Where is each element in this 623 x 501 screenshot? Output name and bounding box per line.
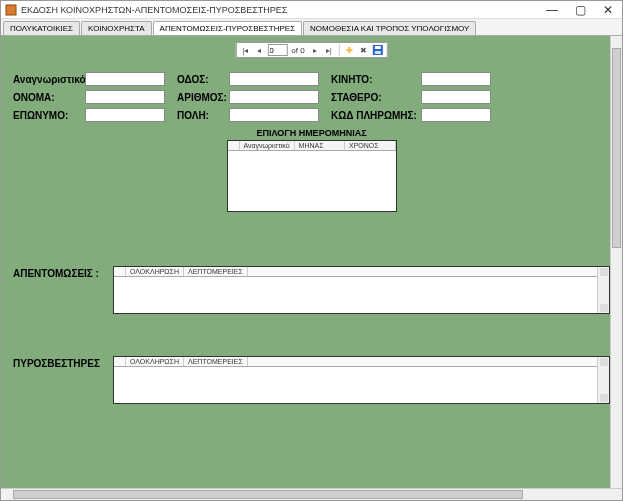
date-col-month[interactable]: ΜΗΝΑΣ [295,141,345,150]
nav-next-icon[interactable]: ▸ [309,44,321,56]
window-title: ΕΚΔΟΣΗ ΚΟΙΝΟΧΡΗΣΤΩΝ-ΑΠΕΝΤΟΜΟΣΕΙΣ-ΠΥΡΟΣΒΕ… [21,5,542,15]
content-hscrollbar[interactable] [1,488,622,500]
name-input[interactable] [85,90,165,104]
phone-label: ΣΤΑΘΕΡΟ: [331,92,421,103]
name-label: ΟΝΟΜΑ: [13,92,85,103]
fire-section: ΠΥΡΟΣΒΕΣΤΗΡΕΣ ΟΛΟΚΛΗΡΩΣΗ ΛΕΠΤΟΜΕΡΕΙΕΣ [13,356,610,404]
phone-input[interactable] [421,90,491,104]
surname-label: ΕΠΩΝΥΜΟ: [13,110,85,121]
app-icon [5,4,17,16]
date-col-year[interactable]: ΧΡΟΝΟΣ [345,141,395,150]
nav-last-icon[interactable]: ▸| [323,44,335,56]
nav-first-icon[interactable]: |◂ [239,44,251,56]
content-vscrollbar-thumb[interactable] [612,48,621,248]
col-left: Αναγνωριστικό: ΟΝΟΜΑ: ΕΠΩΝΥΜΟ: [13,72,165,122]
fire-grid-header: ΟΛΟΚΛΗΡΩΣΗ ΛΕΠΤΟΜΕΡΕΙΕΣ [114,357,609,367]
date-col-id[interactable]: Αναγνωριστικό [240,141,295,150]
titlebar: ΕΚΔΟΣΗ ΚΟΙΝΟΧΡΗΣΤΩΝ-ΑΠΕΝΤΟΜΟΣΕΙΣ-ΠΥΡΟΣΒΕ… [1,1,622,19]
app-window: ΕΚΔΟΣΗ ΚΟΙΝΟΧΡΗΣΤΩΝ-ΑΠΕΝΤΟΜΟΣΕΙΣ-ΠΥΡΟΣΒΕ… [0,0,623,501]
tab-pest-fire[interactable]: ΑΠΕΝΤΟΜΩΣΕΙΣ-ΠΥΡΟΣΒΕΣΤΗΡΕΣ [153,21,302,35]
pest-col-completion[interactable]: ΟΛΟΚΛΗΡΩΣΗ [126,267,184,276]
window-controls: — ▢ ✕ [542,3,618,17]
date-grid-rowselector [228,141,240,150]
pest-col-details[interactable]: ΛΕΠΤΟΜΕΡΕΙΕΣ [184,267,248,276]
city-input[interactable] [229,108,319,122]
fire-grid-scrollbar[interactable] [597,357,609,403]
nav-save-icon[interactable] [372,44,384,56]
date-grid-header: Αναγνωριστικό ΜΗΝΑΣ ΧΡΟΝΟΣ [228,141,396,151]
content-hscrollbar-thumb[interactable] [13,490,523,499]
nav-delete-icon[interactable]: ✖ [358,44,370,56]
nav-separator [339,44,340,56]
fire-grid[interactable]: ΟΛΟΚΛΗΡΩΣΗ ΛΕΠΤΟΜΕΡΕΙΕΣ [113,356,610,404]
nav-add-icon[interactable]: ✚ [344,44,356,56]
fire-col-details[interactable]: ΛΕΠΤΟΜΕΡΕΙΕΣ [184,357,248,366]
nav-prev-icon[interactable]: ◂ [253,44,265,56]
svg-rect-2 [375,46,381,49]
surname-input[interactable] [85,108,165,122]
record-navigator: |◂ ◂ of 0 ▸ ▸| ✚ ✖ [235,42,387,58]
pest-grid-header: ΟΛΟΚΛΗΡΩΣΗ ΛΕΠΤΟΜΕΡΕΙΕΣ [114,267,609,277]
pest-grid[interactable]: ΟΛΟΚΛΗΡΩΣΗ ΛΕΠΤΟΜΕΡΕΙΕΣ [113,266,610,314]
svg-rect-3 [375,51,381,54]
fire-col-completion[interactable]: ΟΛΟΚΛΗΡΩΣΗ [126,357,184,366]
content-vscrollbar[interactable] [610,36,622,488]
tab-legislation[interactable]: ΝΟΜΟΘΕΣΙΑ ΚΑΙ ΤΡΟΠΟΣ ΥΠΟΛΟΓΙΣΜΟΥ [303,21,476,35]
fire-grid-rowselector [114,357,126,366]
nav-current-input[interactable] [267,44,287,56]
tabstrip: ΠΟΛΥΚΑΤΟΙΚΙΕΣ ΚΟΙΝΟΧΡΗΣΤΑ ΑΠΕΝΤΟΜΩΣΕΙΣ-Π… [1,19,622,36]
number-input[interactable] [229,90,319,104]
col-middle: ΟΔΟΣ: ΑΡΙΘΜΟΣ: ΠΟΛΗ: [177,72,319,122]
date-grid[interactable]: Αναγνωριστικό ΜΗΝΑΣ ΧΡΟΝΟΣ [227,140,397,212]
pest-grid-rowselector [114,267,126,276]
mobile-input[interactable] [421,72,491,86]
paycode-label: ΚΩΔ ΠΛΗΡΩΜΗΣ: [331,110,421,121]
mobile-label: ΚΙΝΗΤΟ: [331,74,421,85]
date-panel-title: ΕΠΙΛΟΓΗ ΗΜΕΡΟΜΗΝΙΑΣ [227,128,397,138]
pest-grid-scrollbar[interactable] [597,267,609,313]
id-input[interactable] [85,72,165,86]
pest-section-label: ΑΠΕΝΤΟΜΩΣΕΙΣ : [13,266,113,279]
pest-section: ΑΠΕΝΤΟΜΩΣΕΙΣ : ΟΛΟΚΛΗΡΩΣΗ ΛΕΠΤΟΜΕΡΕΙΕΣ [13,266,610,314]
street-input[interactable] [229,72,319,86]
form-area: Αναγνωριστικό: ΟΝΟΜΑ: ΕΠΩΝΥΜΟ: ΟΔΟΣ: ΑΡΙ… [13,72,610,212]
number-label: ΑΡΙΘΜΟΣ: [177,92,229,103]
fields-row: Αναγνωριστικό: ΟΝΟΜΑ: ΕΠΩΝΥΜΟ: ΟΔΟΣ: ΑΡΙ… [13,72,610,122]
city-label: ΠΟΛΗ: [177,110,229,121]
nav-of-label: of 0 [289,46,306,55]
maximize-button[interactable]: ▢ [570,3,590,17]
tab-common-expenses[interactable]: ΚΟΙΝΟΧΡΗΣΤΑ [81,21,152,35]
minimize-button[interactable]: — [542,3,562,17]
fire-section-label: ΠΥΡΟΣΒΕΣΤΗΡΕΣ [13,356,113,369]
tab-buildings[interactable]: ΠΟΛΥΚΑΤΟΙΚΙΕΣ [3,21,80,35]
paycode-input[interactable] [421,108,491,122]
date-panel: ΕΠΙΛΟΓΗ ΗΜΕΡΟΜΗΝΙΑΣ Αναγνωριστικό ΜΗΝΑΣ … [227,128,397,212]
street-label: ΟΔΟΣ: [177,74,229,85]
id-label: Αναγνωριστικό: [13,74,85,85]
content-panel: |◂ ◂ of 0 ▸ ▸| ✚ ✖ Αναγνωριστικό: ΟΝΟΜΑ:… [1,36,622,500]
col-right: ΚΙΝΗΤΟ: ΣΤΑΘΕΡΟ: ΚΩΔ ΠΛΗΡΩΜΗΣ: [331,72,491,122]
close-button[interactable]: ✕ [598,3,618,17]
svg-rect-0 [6,5,16,15]
